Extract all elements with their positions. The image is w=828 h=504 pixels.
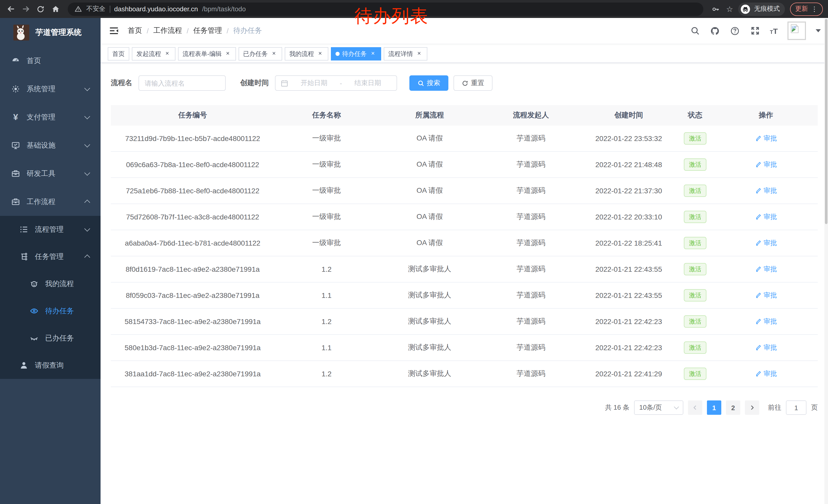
search-icon[interactable] [690, 26, 700, 36]
tab-close-icon[interactable]: × [224, 50, 232, 57]
sidebar: 芋道管理系统 首页 系统管理 ¥ 支付管理 [0, 18, 100, 504]
tab-todo-tasks[interactable]: 待办任务× [331, 47, 381, 60]
search-button[interactable]: 搜索 [409, 75, 448, 91]
page-button-2[interactable]: 2 [726, 401, 740, 415]
breadcrumb-task-mgmt[interactable]: 任务管理 [194, 26, 222, 35]
cell-task-id: 8f0d1619-7ac8-11ec-a9e2-a2380e71991a [111, 256, 275, 282]
cell-task-id: 75d72608-7b7f-11ec-a3c8-acde48001122 [111, 204, 275, 230]
logo[interactable]: 芋道管理系统 [0, 18, 100, 47]
table-row: 8f059c03-7ac8-11ec-a9e2-a2380e71991a 1.1… [111, 282, 818, 308]
chevron-down-icon [84, 113, 90, 120]
gear-icon [11, 85, 20, 93]
prev-page-button[interactable] [688, 401, 702, 415]
sidebar-item-system[interactable]: 系统管理 [0, 75, 100, 103]
incognito-badge[interactable]: 无痕模式 [738, 2, 785, 16]
breadcrumb-home[interactable]: 首页 [128, 26, 142, 35]
sidebar-item-workflow[interactable]: 工作流程 [0, 188, 100, 216]
tab-process-detail[interactable]: 流程详情× [384, 47, 427, 60]
sidebar-item-label: 工作流程 [27, 197, 55, 207]
page-scrollbar[interactable] [824, 18, 828, 504]
dashboard-icon [11, 56, 20, 65]
sidebar-item-label: 系统管理 [27, 84, 55, 94]
cell-initiator: 芋道源码 [481, 361, 581, 387]
avatar-caret-icon[interactable] [816, 29, 821, 32]
bookmark-star-icon[interactable]: ☆ [726, 4, 733, 13]
cell-process: 测试多审批人 [379, 308, 481, 334]
sidebar-item-payment[interactable]: ¥ 支付管理 [0, 103, 100, 131]
update-button[interactable]: 更新 ⋮ [790, 2, 823, 16]
sidebar-item-task-mgmt[interactable]: 任务管理 [0, 243, 100, 270]
sidebar-item-leave-query[interactable]: 请假查询 [0, 352, 100, 379]
tab-close-icon[interactable]: × [317, 50, 324, 57]
cell-task-name: 1.2 [275, 256, 379, 282]
approve-link[interactable]: 审批 [755, 265, 777, 274]
table-row: a6aba0a4-7b6d-11ec-b781-acde48001122 一级审… [111, 230, 818, 256]
edit-icon [755, 240, 761, 246]
sidebar-item-done-tasks[interactable]: 已办任务 [0, 325, 100, 352]
col-created: 创建时间 [581, 105, 676, 126]
breadcrumb-workflow[interactable]: 工作流程 [153, 26, 182, 35]
tab-done-tasks[interactable]: 已办任务× [239, 47, 282, 60]
font-size-icon[interactable]: TT [770, 27, 778, 35]
sidebar-item-todo-tasks[interactable]: 待办任务 [0, 297, 100, 325]
sidebar-item-infrastructure[interactable]: 基础设施 [0, 131, 100, 159]
cell-task-id: 725a1eb6-7b88-11ec-8ef0-acde48001122 [111, 178, 275, 204]
monitor-icon [11, 141, 20, 150]
help-icon[interactable] [730, 26, 740, 36]
yen-icon: ¥ [11, 113, 20, 122]
scrollbar-thumb[interactable] [825, 19, 827, 224]
approve-link[interactable]: 审批 [755, 212, 777, 222]
app-title: 芋道管理系统 [35, 28, 82, 37]
todo-task-table: 任务编号 任务名称 所属流程 流程发起人 创建时间 状态 操作 73211d9d… [111, 105, 818, 387]
tab-start-process[interactable]: 发起流程× [132, 47, 175, 60]
github-icon[interactable] [710, 26, 720, 36]
approve-link[interactable]: 审批 [755, 238, 777, 248]
sidebar-item-home[interactable]: 首页 [0, 47, 100, 75]
create-time-label: 创建时间 [240, 79, 269, 88]
avatar[interactable] [787, 21, 806, 40]
tab-home[interactable]: 首页 [108, 47, 129, 60]
cell-initiator: 芋道源码 [481, 204, 581, 230]
back-icon[interactable] [5, 3, 16, 15]
tab-close-icon[interactable]: × [164, 50, 171, 57]
tab-close-icon[interactable]: × [369, 50, 377, 57]
fullscreen-icon[interactable] [750, 26, 760, 36]
home-icon[interactable] [50, 3, 61, 15]
tab-my-process[interactable]: 我的流程× [285, 47, 328, 60]
reload-icon[interactable] [35, 3, 46, 15]
page-button-1[interactable]: 1 [707, 401, 721, 415]
cell-task-name: 1.2 [275, 361, 379, 387]
goto-page-input[interactable] [786, 401, 806, 415]
tab-form-edit[interactable]: 流程表单-编辑× [178, 47, 236, 60]
filter-bar: 流程名 创建时间 开始日期 - 结束日期 搜索 [111, 75, 818, 91]
date-range-picker[interactable]: 开始日期 - 结束日期 [275, 75, 397, 91]
password-key-icon[interactable] [710, 3, 721, 15]
approve-link[interactable]: 审批 [755, 291, 777, 300]
forward-icon[interactable] [20, 3, 31, 15]
approve-link[interactable]: 审批 [755, 369, 777, 378]
sidebar-item-process-mgmt[interactable]: 流程管理 [0, 216, 100, 243]
chevron-up-icon [84, 255, 90, 261]
sidebar-item-label: 已办任务 [45, 333, 74, 343]
process-name-input[interactable] [138, 75, 226, 91]
table-row: 381aa1dd-7ac8-11ec-a9e2-a2380e71991a 1.2… [111, 361, 818, 387]
approve-link[interactable]: 审批 [755, 160, 777, 169]
tab-close-icon[interactable]: × [416, 50, 423, 57]
total-count: 共 16 条 [605, 403, 629, 412]
face-icon [30, 279, 38, 288]
approve-link[interactable]: 审批 [755, 317, 777, 326]
refresh-icon [462, 80, 468, 86]
approve-link[interactable]: 审批 [755, 186, 777, 195]
approve-link[interactable]: 审批 [755, 134, 777, 143]
sidebar-item-dev-tools[interactable]: 研发工具 [0, 159, 100, 188]
sidebar-item-my-process[interactable]: 我的流程 [0, 270, 100, 297]
goto-suffix: 页 [811, 403, 818, 412]
reset-button[interactable]: 重置 [454, 75, 493, 91]
approve-link[interactable]: 审批 [755, 343, 777, 352]
not-secure-icon[interactable] [74, 5, 82, 13]
next-page-button[interactable] [745, 401, 759, 415]
browser-menu-icon[interactable]: ⋮ [811, 5, 818, 13]
page-size-select[interactable]: 10条/页 [634, 401, 683, 415]
tab-close-icon[interactable]: × [271, 50, 278, 57]
sidebar-collapse-icon[interactable] [109, 26, 119, 36]
